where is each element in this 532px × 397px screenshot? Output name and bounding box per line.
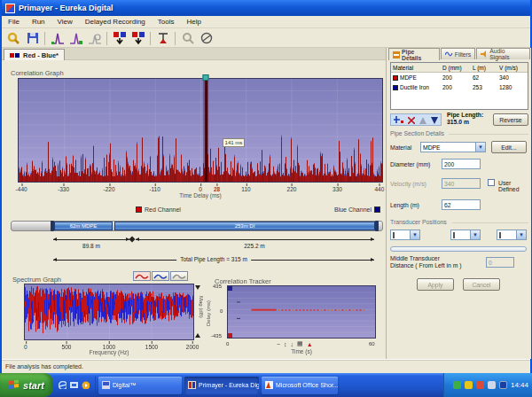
grid-icon[interactable]: ▦ xyxy=(297,340,303,347)
left-distance-line xyxy=(53,239,129,240)
y-tick: 0 xyxy=(220,308,223,314)
edit-button[interactable]: Edit... xyxy=(491,141,527,153)
material-label: Material xyxy=(390,144,411,151)
spectrum-graph[interactable] xyxy=(24,284,194,340)
show-desktop-icon[interactable] xyxy=(70,381,78,389)
delay-peak-icon[interactable] xyxy=(67,31,84,46)
menu-bar: File Run View Delayed Recording Tools He… xyxy=(2,16,530,28)
taskbar-task-digital[interactable]: Digital™ xyxy=(98,377,182,394)
menu-help[interactable]: Help xyxy=(181,18,207,26)
right-panel: Pipe Details Filters Audio Signals Mater… xyxy=(386,48,531,359)
blue-channel-label: Blue Channel xyxy=(334,206,372,213)
red-wave-toggle[interactable] xyxy=(133,271,151,281)
add-row-icon[interactable] xyxy=(394,112,403,128)
save-icon[interactable] xyxy=(24,31,41,46)
reverse-button[interactable]: Reverse xyxy=(493,113,528,126)
red-download-icon[interactable] xyxy=(111,31,128,46)
spectrum-graph-canvas[interactable] xyxy=(25,284,193,339)
gray-transducer-combo[interactable]: ▼ xyxy=(450,230,481,240)
zoom-peak-icon[interactable] xyxy=(86,31,103,46)
pipe-length-label: Pipe Length: xyxy=(447,112,483,119)
tray-alert-icon[interactable] xyxy=(476,381,484,389)
cancel-button[interactable]: Cancel xyxy=(463,278,500,291)
tab-audio-signals[interactable]: Audio Signals xyxy=(476,48,530,59)
tray-volume-icon[interactable] xyxy=(499,381,507,389)
taskbar-task-primayer[interactable]: Primayer - Eureka Dig... xyxy=(184,377,259,394)
taskbar-task-office[interactable]: Microsoft Office Shor... xyxy=(262,377,338,394)
title-bar[interactable]: Primayer - Eureka Digital xyxy=(2,0,530,16)
transducer-position-slider[interactable] xyxy=(390,246,527,252)
chevron-down-icon[interactable]: ▼ xyxy=(516,230,526,239)
red-transducer-combo[interactable]: ▼ xyxy=(390,230,420,240)
move-up-icon[interactable] xyxy=(419,112,426,128)
material-combo[interactable]: MDPE ▼ xyxy=(420,142,486,152)
toolbar-separator xyxy=(150,32,151,45)
length-field[interactable] xyxy=(442,199,481,210)
pipe-segment-di[interactable]: 253m DI xyxy=(114,222,375,230)
tab-label: Audio Signals xyxy=(489,48,526,60)
menu-file[interactable]: File xyxy=(2,18,26,26)
down-arrow-icon[interactable]: ↓ xyxy=(291,341,294,347)
correlation-peak-icon[interactable] xyxy=(49,31,66,46)
pipe-diagram[interactable]: 62m MDPE 253m DI xyxy=(11,221,383,231)
tab-filters[interactable]: Filters xyxy=(441,48,476,59)
spectrum-y-axis-label: Mag (dB) xyxy=(199,296,204,318)
zoom-icon[interactable] xyxy=(179,31,196,46)
blue-download-icon[interactable] xyxy=(129,31,146,46)
spectrum-x-axis: 0 500 1000 1500 2000 xyxy=(24,341,194,349)
gray-wave-toggle[interactable] xyxy=(170,271,188,281)
tab-red-blue[interactable]: Red - Blue* xyxy=(4,49,65,60)
ie-icon[interactable] xyxy=(59,381,66,389)
gray-swatch-icon xyxy=(453,232,455,238)
menu-view[interactable]: View xyxy=(51,18,79,26)
materials-table[interactable]: Material D (mm) L (m) V (m/s) MDPE 200 6… xyxy=(390,62,528,110)
table-row[interactable]: MDPE 200 62 340 xyxy=(391,73,528,82)
tray-network-icon[interactable] xyxy=(488,381,496,389)
media-player-icon[interactable] xyxy=(82,381,90,389)
y-tick: 435 xyxy=(213,284,222,289)
tray-shield-icon[interactable] xyxy=(453,381,461,389)
diameter-field[interactable] xyxy=(442,159,481,169)
tray-update-icon[interactable] xyxy=(465,381,473,389)
menu-delayed-recording[interactable]: Delayed Recording xyxy=(79,18,152,26)
tab-pipe-details[interactable]: Pipe Details xyxy=(388,48,440,60)
toolbar-separator xyxy=(175,32,176,45)
chevron-down-icon[interactable]: ▼ xyxy=(475,143,485,152)
axis-range-handle-top[interactable] xyxy=(195,285,200,290)
toolbar xyxy=(2,29,530,48)
chevron-down-icon[interactable]: ▼ xyxy=(470,230,480,239)
open-icon[interactable] xyxy=(5,31,22,46)
correlation-graph-canvas[interactable] xyxy=(19,79,382,182)
x-tick: -440 xyxy=(16,186,27,192)
delete-row-icon[interactable] xyxy=(408,112,415,128)
correlation-tracker-graph[interactable] xyxy=(227,285,376,339)
peak-marker-handle[interactable] xyxy=(203,74,209,81)
start-button[interactable]: start xyxy=(0,373,53,397)
blue-wave-toggle[interactable] xyxy=(152,271,169,281)
cursor-icon[interactable]: ↕ xyxy=(284,341,287,347)
peak-track-icon[interactable]: ▲ xyxy=(307,341,313,347)
material-value: MDPE xyxy=(421,144,475,151)
blue-transducer-combo[interactable]: ▼ xyxy=(497,230,527,240)
chevron-down-icon[interactable]: ▼ xyxy=(410,230,419,239)
pipe-segment-mdpe[interactable]: 62m MDPE xyxy=(54,222,113,230)
menu-run[interactable]: Run xyxy=(26,18,51,26)
globe-icon[interactable] xyxy=(198,31,215,46)
correlation-x-axis: -440 -330 -220 -110 0 28 110 220 330 440 xyxy=(18,183,383,191)
leak-position-marker[interactable] xyxy=(129,236,135,242)
axis-range-handle-bottom[interactable] xyxy=(195,333,200,338)
zoom-out-icon[interactable]: − xyxy=(277,341,280,347)
x-tick: -220 xyxy=(103,186,114,192)
correlation-graph[interactable]: 141 ms xyxy=(18,78,383,183)
user-defined-checkbox[interactable] xyxy=(488,179,495,186)
correlation-tracker-canvas[interactable] xyxy=(228,286,375,338)
system-tray: 14:44 xyxy=(443,373,532,397)
col-length: L (m) xyxy=(473,65,499,71)
apply-button[interactable]: Apply xyxy=(417,278,454,291)
tracker-y-axis-label: Delay (ms) xyxy=(206,300,211,326)
correlate-icon[interactable] xyxy=(154,31,171,46)
table-row[interactable]: Ductile Iron 200 253 1280 xyxy=(391,82,528,92)
menu-tools[interactable]: Tools xyxy=(152,18,181,26)
move-down-icon[interactable] xyxy=(431,112,438,128)
tracker-bottom-marker xyxy=(228,333,232,338)
